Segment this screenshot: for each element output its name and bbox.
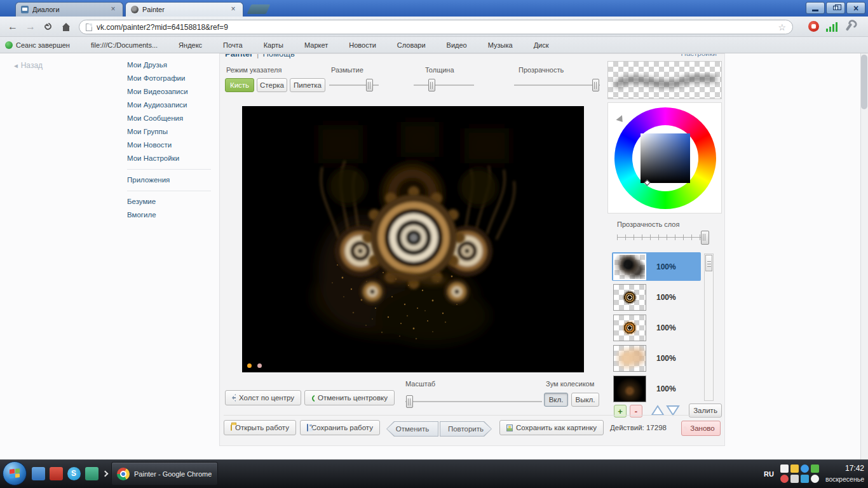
- undo-button[interactable]: Отменить: [386, 421, 438, 437]
- sidebar-item-groups[interactable]: Мои Группы: [127, 125, 211, 139]
- sidebar-item-photos[interactable]: Мои Фотографии: [127, 72, 211, 85]
- tab-close-icon[interactable]: [109, 5, 118, 14]
- pinned-app-icon-2[interactable]: [50, 467, 63, 480]
- settings-link[interactable]: Настройки: [681, 53, 717, 57]
- opacity-slider[interactable]: [514, 85, 600, 86]
- drawing-canvas[interactable]: [242, 106, 584, 372]
- pinned-app-icon-3[interactable]: [67, 467, 81, 480]
- layer-row[interactable]: 100%: [612, 313, 701, 342]
- layers-scrollbar-thumb[interactable]: [705, 255, 712, 271]
- add-layer-button[interactable]: +: [614, 405, 627, 417]
- color-swatch-secondary[interactable]: [257, 363, 262, 368]
- forward-button[interactable]: [23, 20, 38, 34]
- tray-icon-3[interactable]: [801, 464, 809, 473]
- hue-wheel[interactable]: [614, 107, 716, 209]
- toolbar-expand-icon[interactable]: [102, 471, 109, 477]
- tray-icon-1[interactable]: [780, 464, 789, 473]
- sidebar-item-videos[interactable]: Мои Видеозаписи: [127, 85, 211, 98]
- redo-button[interactable]: Повторить: [440, 421, 492, 437]
- bookmark-item[interactable]: Почта: [212, 41, 243, 49]
- eraser-mode-button[interactable]: Стерка: [257, 78, 287, 92]
- home-button[interactable]: [58, 20, 74, 34]
- layer-opacity-handle[interactable]: [701, 231, 709, 245]
- save-as-image-button[interactable]: Сохранить как картинку: [499, 420, 604, 435]
- sidebar-item-messages[interactable]: Мои Сообщения: [127, 112, 211, 125]
- back-button[interactable]: [5, 20, 20, 34]
- layer-row[interactable]: 100%: [612, 344, 701, 372]
- thickness-slider[interactable]: [414, 85, 474, 86]
- tab-painter[interactable]: Painter: [125, 2, 243, 17]
- remove-layer-button[interactable]: -: [630, 405, 642, 417]
- restore-button[interactable]: [826, 2, 845, 14]
- tray-icons: [780, 464, 819, 483]
- pipette-mode-button[interactable]: Пипетка: [290, 78, 325, 92]
- tray-icon-2[interactable]: [790, 464, 799, 473]
- blur-slider-handle[interactable]: [366, 79, 373, 92]
- tray-icon-5[interactable]: [780, 475, 789, 483]
- language-indicator[interactable]: RU: [764, 470, 774, 478]
- scale-slider-handle[interactable]: [406, 395, 413, 408]
- help-link[interactable]: Помощь: [262, 53, 294, 58]
- center-canvas-button[interactable]: Холст по центру: [225, 390, 301, 405]
- bookmark-item[interactable]: Маркет: [294, 41, 328, 49]
- tray-icon-4[interactable]: [811, 464, 819, 473]
- bookmark-item[interactable]: Яндекс: [168, 41, 202, 49]
- layer-row[interactable]: 100%: [612, 283, 701, 311]
- sidebar-item-settings[interactable]: Мои Настройки: [127, 152, 211, 165]
- layer-opacity-slider[interactable]: [617, 234, 706, 240]
- bookmark-item[interactable]: Новости: [338, 41, 376, 49]
- bookmark-star-icon[interactable]: [778, 22, 786, 32]
- chrome-task-button[interactable]: Painter - Google Chrome: [111, 462, 218, 485]
- layer-row[interactable]: 100%: [612, 374, 701, 403]
- sidebar-item-apps[interactable]: Приложения: [127, 173, 211, 187]
- close-button[interactable]: [846, 2, 865, 14]
- scale-slider[interactable]: [405, 401, 542, 402]
- address-bar[interactable]: vk.com/painter2?mid=64158818&ref=9: [79, 20, 793, 34]
- save-work-button[interactable]: Сохранить работу: [300, 420, 380, 435]
- sidebar-item-news[interactable]: Мои Новости: [127, 139, 211, 152]
- bookmark-item[interactable]: file:///C:/Documents...: [80, 41, 158, 49]
- reload-button[interactable]: [41, 20, 56, 34]
- open-work-button[interactable]: Открыть работу: [224, 420, 296, 435]
- menu-wrench-icon[interactable]: [846, 23, 853, 31]
- sidebar-item-bezumie[interactable]: Безумие: [127, 195, 211, 208]
- tray-icon-8[interactable]: [811, 475, 819, 483]
- layer-row[interactable]: 100%: [612, 252, 701, 281]
- page-scrollbar[interactable]: [860, 53, 868, 459]
- color-swatch-primary[interactable]: [247, 363, 252, 368]
- sidebar-item-vmogile[interactable]: Вмогиле: [127, 208, 211, 222]
- bookmark-item[interactable]: Словари: [386, 41, 426, 49]
- zoom-off-button[interactable]: Выкл.: [571, 393, 599, 407]
- painter-app: Painter|Помощь Настройки Режим указателя…: [219, 53, 725, 446]
- extension-icon[interactable]: [808, 21, 819, 32]
- pinned-app-icon-1[interactable]: [32, 467, 45, 480]
- scrollbar-thumb[interactable]: [861, 55, 867, 109]
- brush-mode-button[interactable]: Кисть: [225, 78, 254, 92]
- sidebar-item-friends[interactable]: Мои Друзья: [127, 58, 211, 72]
- bookmark-item[interactable]: Сеанс завершен: [5, 41, 70, 49]
- tray-icon-6[interactable]: [790, 475, 799, 483]
- pinned-app-icon-4[interactable]: [85, 467, 98, 480]
- undo-centering-button[interactable]: Отменить центровку: [304, 390, 395, 405]
- saturation-value-square[interactable]: [641, 133, 690, 183]
- start-button[interactable]: [3, 461, 27, 485]
- bookmark-item[interactable]: Музыка: [477, 41, 513, 49]
- reset-button[interactable]: Заново: [681, 421, 721, 436]
- tray-icon-7[interactable]: [801, 475, 809, 483]
- bookmark-item[interactable]: Видео: [436, 41, 467, 49]
- bookmark-item[interactable]: Карты: [253, 41, 283, 49]
- tab-close-icon[interactable]: [229, 5, 238, 14]
- zoom-on-button[interactable]: Вкл.: [544, 393, 568, 407]
- minimize-button[interactable]: [806, 2, 825, 14]
- new-tab-button[interactable]: [247, 4, 271, 14]
- sidebar-item-audio[interactable]: Мои Аудиозаписи: [127, 98, 211, 112]
- bookmark-item[interactable]: Диск: [523, 41, 549, 49]
- tab-dialogs[interactable]: Диалоги: [15, 2, 123, 17]
- layers-scrollbar[interactable]: [704, 254, 714, 401]
- back-link[interactable]: Назад: [13, 61, 43, 70]
- opacity-slider-handle[interactable]: [592, 79, 599, 92]
- layer-opacity-label: Прозрачность слоя: [617, 220, 679, 228]
- network-signal-icon[interactable]: [826, 22, 839, 32]
- clock[interactable]: 17:42 воскресенье: [825, 463, 864, 484]
- thickness-slider-handle[interactable]: [428, 79, 435, 92]
